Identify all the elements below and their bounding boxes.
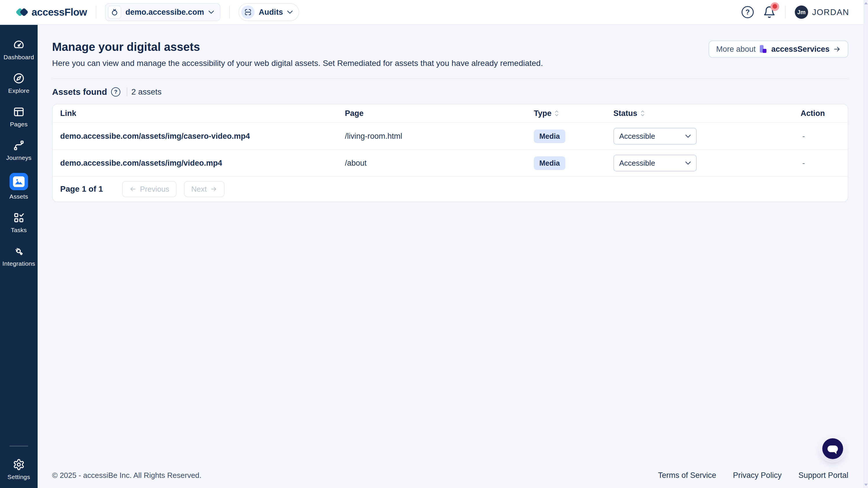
pagination: Page 1 of 1 Previous Next bbox=[53, 176, 848, 201]
table-row: demo.accessibe.com/assets/img/video.mp4 … bbox=[53, 150, 848, 176]
journeys-icon bbox=[13, 139, 25, 152]
page-description: Here you can view and manage the accessi… bbox=[52, 59, 543, 68]
sidebar-item-explore[interactable]: Explore bbox=[0, 72, 38, 94]
user-name: JORDAN bbox=[812, 7, 849, 17]
integrations-icon bbox=[13, 245, 25, 257]
section-selector-value: Audits bbox=[259, 8, 283, 17]
table-header-row: Link Page Type Status Action bbox=[53, 104, 848, 123]
page-summary: Page 1 of 1 bbox=[60, 185, 103, 194]
more-about-prefix: More about bbox=[716, 45, 756, 54]
assets-table: Link Page Type Status Action demo.access… bbox=[52, 104, 848, 202]
arrow-left-icon bbox=[129, 186, 136, 192]
section-selector-audits[interactable]: Audits bbox=[239, 3, 299, 21]
action-cell: - bbox=[801, 159, 840, 168]
sidebar: Dashboard Explore Pages bbox=[0, 25, 38, 488]
chevron-down-icon bbox=[685, 134, 691, 138]
chat-bubble-icon bbox=[828, 446, 838, 452]
asset-link: demo.accessibe.com/assets/img/video.mp4 bbox=[60, 159, 345, 168]
copyright-text: © 2025 - accessiBe Inc. All Rights Reser… bbox=[52, 471, 202, 480]
dashboard-icon bbox=[13, 39, 25, 51]
chevron-down-icon bbox=[685, 161, 691, 165]
assets-found-help-icon[interactable]: ? bbox=[111, 87, 120, 97]
results-separator bbox=[127, 88, 127, 96]
audits-scan-icon bbox=[241, 5, 255, 19]
sort-icon bbox=[640, 110, 645, 117]
column-header-link: Link bbox=[60, 109, 345, 118]
asset-page: /about bbox=[345, 159, 534, 168]
more-about-brand: accessServices bbox=[771, 45, 830, 54]
sidebar-item-integrations[interactable]: Integrations bbox=[0, 245, 38, 267]
site-selector-value: demo.accessibe.com bbox=[126, 8, 204, 17]
app-logo[interactable]: accessFlow bbox=[16, 6, 87, 18]
scrollbar-down-arrow[interactable] bbox=[864, 484, 868, 486]
sidebar-item-pages[interactable]: Pages bbox=[0, 106, 38, 128]
accessservices-logo-icon bbox=[760, 45, 768, 54]
page-footer: © 2025 - accessiBe Inc. All Rights Reser… bbox=[52, 471, 848, 488]
arrow-right-icon bbox=[210, 186, 217, 192]
status-select[interactable]: Accessible bbox=[613, 155, 697, 171]
header-separator-2 bbox=[229, 6, 230, 19]
type-badge: Media bbox=[534, 156, 565, 170]
stopwatch-icon bbox=[108, 5, 121, 19]
asset-link: demo.accessibe.com/assets/img/casero-vid… bbox=[60, 132, 345, 141]
logo-text: accessFlow bbox=[32, 6, 87, 18]
status-select[interactable]: Accessible bbox=[613, 128, 697, 144]
chat-widget-button[interactable] bbox=[822, 438, 843, 459]
chevron-down-icon bbox=[287, 10, 293, 14]
explore-icon bbox=[13, 72, 25, 85]
column-header-page: Page bbox=[345, 109, 534, 118]
column-header-action: Action bbox=[801, 109, 840, 118]
column-header-status[interactable]: Status bbox=[613, 109, 801, 118]
chevron-down-icon bbox=[208, 10, 214, 14]
assets-count: 2 assets bbox=[131, 87, 161, 97]
next-page-button[interactable]: Next bbox=[184, 181, 224, 197]
header-separator bbox=[96, 6, 96, 19]
notification-dot bbox=[773, 4, 777, 9]
assets-found-label: Assets found bbox=[52, 87, 107, 97]
tasks-icon bbox=[13, 212, 25, 224]
site-selector[interactable]: demo.accessibe.com bbox=[105, 3, 221, 21]
avatar: Jm bbox=[795, 5, 808, 19]
sidebar-divider bbox=[9, 446, 28, 446]
app-header: accessFlow demo.accessibe.com Audits bbox=[0, 0, 864, 25]
header-separator-3 bbox=[785, 6, 785, 19]
sidebar-item-journeys[interactable]: Journeys bbox=[0, 139, 38, 161]
pages-icon bbox=[13, 106, 25, 118]
scrollbar-up-arrow[interactable] bbox=[864, 2, 868, 4]
previous-page-button[interactable]: Previous bbox=[122, 181, 177, 197]
sidebar-item-dashboard[interactable]: Dashboard bbox=[0, 39, 38, 61]
sidebar-item-settings[interactable]: Settings bbox=[0, 458, 38, 481]
footer-link-privacy[interactable]: Privacy Policy bbox=[733, 471, 781, 480]
user-menu[interactable]: Jm JORDAN bbox=[795, 5, 849, 19]
action-cell: - bbox=[801, 132, 840, 141]
sidebar-item-tasks[interactable]: Tasks bbox=[0, 212, 38, 234]
help-icon[interactable]: ? bbox=[742, 6, 754, 18]
notifications-bell-icon[interactable] bbox=[763, 6, 776, 19]
column-header-type[interactable]: Type bbox=[534, 109, 613, 118]
section-divider bbox=[52, 78, 848, 79]
type-badge: Media bbox=[534, 130, 565, 143]
arrow-right-icon bbox=[833, 46, 841, 52]
table-row: demo.accessibe.com/assets/img/casero-vid… bbox=[53, 123, 848, 150]
page-title: Manage your digital assets bbox=[52, 40, 543, 54]
main-content: Manage your digital assets Here you can … bbox=[38, 25, 864, 488]
footer-link-support[interactable]: Support Portal bbox=[798, 471, 848, 480]
footer-link-terms[interactable]: Terms of Service bbox=[658, 471, 716, 480]
assets-icon bbox=[9, 173, 28, 190]
more-about-accessservices-button[interactable]: More about accessServices bbox=[709, 40, 848, 58]
asset-page: /living-room.html bbox=[345, 132, 534, 141]
gear-icon bbox=[13, 458, 25, 470]
window-scrollbar[interactable] bbox=[864, 0, 868, 488]
logo-mark-icon bbox=[16, 7, 28, 18]
sort-icon bbox=[554, 110, 559, 117]
sidebar-item-assets[interactable]: Assets bbox=[0, 173, 38, 200]
